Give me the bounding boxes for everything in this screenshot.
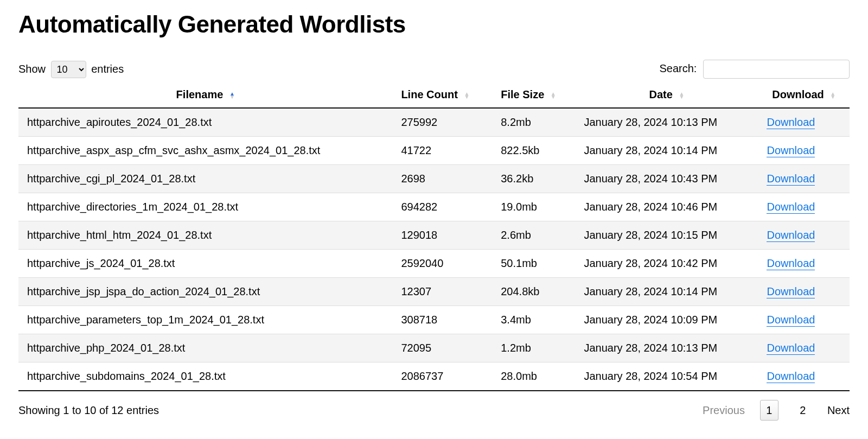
table-row: httparchive_php_2024_01_28.txt720951.2mb… bbox=[18, 334, 850, 362]
col-download-label: Download bbox=[772, 88, 824, 100]
col-date[interactable]: Date ▲▼ bbox=[575, 82, 758, 108]
cell-file-size: 2.6mb bbox=[492, 221, 575, 250]
cell-line-count: 12307 bbox=[392, 278, 492, 306]
sort-icon: ▲▼ bbox=[551, 92, 556, 99]
download-link[interactable]: Download bbox=[767, 285, 815, 298]
download-link[interactable]: Download bbox=[767, 314, 815, 327]
cell-line-count: 2698 bbox=[392, 165, 492, 193]
cell-filename: httparchive_directories_1m_2024_01_28.tx… bbox=[18, 193, 392, 221]
col-line-count-label: Line Count bbox=[401, 88, 457, 100]
cell-line-count: 2086737 bbox=[392, 362, 492, 391]
cell-date: January 28, 2024 10:13 PM bbox=[575, 334, 758, 362]
cell-line-count: 308718 bbox=[392, 306, 492, 334]
cell-line-count: 2592040 bbox=[392, 250, 492, 278]
cell-file-size: 1.2mb bbox=[492, 334, 575, 362]
previous-button[interactable]: Previous bbox=[703, 404, 745, 417]
search-label: Search: bbox=[660, 62, 697, 74]
download-link[interactable]: Download bbox=[767, 201, 815, 214]
cell-file-size: 8.2mb bbox=[492, 108, 575, 137]
download-link[interactable]: Download bbox=[767, 173, 815, 186]
cell-date: January 28, 2024 10:14 PM bbox=[575, 278, 758, 306]
table-info: Showing 1 to 10 of 12 entries bbox=[18, 404, 159, 417]
wordlists-table: Filename ▲▼ Line Count ▲▼ File Size ▲▼ D… bbox=[18, 82, 850, 391]
col-date-label: Date bbox=[649, 88, 673, 100]
cell-date: January 28, 2024 10:43 PM bbox=[575, 165, 758, 193]
length-control: Show 102550100 entries bbox=[18, 61, 124, 78]
cell-filename: httparchive_aspx_asp_cfm_svc_ashx_asmx_2… bbox=[18, 137, 392, 165]
col-line-count[interactable]: Line Count ▲▼ bbox=[392, 82, 492, 108]
cell-date: January 28, 2024 10:14 PM bbox=[575, 137, 758, 165]
page-title: Automatically Generated Wordlists bbox=[18, 11, 850, 38]
page-size-select[interactable]: 102550100 bbox=[51, 61, 86, 78]
table-row: httparchive_js_2024_01_28.txt259204050.1… bbox=[18, 250, 850, 278]
cell-date: January 28, 2024 10:09 PM bbox=[575, 306, 758, 334]
cell-download: Download bbox=[758, 306, 850, 334]
cell-download: Download bbox=[758, 193, 850, 221]
table-row: httparchive_jsp_jspa_do_action_2024_01_2… bbox=[18, 278, 850, 306]
table-row: httparchive_apiroutes_2024_01_28.txt2759… bbox=[18, 108, 850, 137]
cell-filename: httparchive_jsp_jspa_do_action_2024_01_2… bbox=[18, 278, 392, 306]
show-label-post: entries bbox=[91, 63, 124, 75]
sort-icon: ▲▼ bbox=[464, 92, 469, 99]
download-link[interactable]: Download bbox=[767, 116, 815, 129]
download-link[interactable]: Download bbox=[767, 342, 815, 355]
cell-file-size: 204.8kb bbox=[492, 278, 575, 306]
table-row: httparchive_subdomains_2024_01_28.txt208… bbox=[18, 362, 850, 391]
cell-download: Download bbox=[758, 278, 850, 306]
cell-download: Download bbox=[758, 362, 850, 391]
cell-date: January 28, 2024 10:13 PM bbox=[575, 108, 758, 137]
cell-download: Download bbox=[758, 334, 850, 362]
cell-date: January 28, 2024 10:46 PM bbox=[575, 193, 758, 221]
cell-filename: httparchive_html_htm_2024_01_28.txt bbox=[18, 221, 392, 250]
cell-filename: httparchive_js_2024_01_28.txt bbox=[18, 250, 392, 278]
col-filename[interactable]: Filename ▲▼ bbox=[18, 82, 392, 108]
cell-file-size: 19.0mb bbox=[492, 193, 575, 221]
cell-download: Download bbox=[758, 165, 850, 193]
cell-line-count: 694282 bbox=[392, 193, 492, 221]
cell-filename: httparchive_php_2024_01_28.txt bbox=[18, 334, 392, 362]
cell-date: January 28, 2024 10:54 PM bbox=[575, 362, 758, 391]
table-row: httparchive_cgi_pl_2024_01_28.txt269836.… bbox=[18, 165, 850, 193]
search-input[interactable] bbox=[703, 60, 850, 79]
table-row: httparchive_directories_1m_2024_01_28.tx… bbox=[18, 193, 850, 221]
cell-file-size: 36.2kb bbox=[492, 165, 575, 193]
cell-download: Download bbox=[758, 221, 850, 250]
col-filename-label: Filename bbox=[176, 88, 224, 100]
page-number-2[interactable]: 2 bbox=[794, 400, 812, 421]
cell-filename: httparchive_parameters_top_1m_2024_01_28… bbox=[18, 306, 392, 334]
col-file-size-label: File Size bbox=[501, 88, 544, 100]
table-row: httparchive_parameters_top_1m_2024_01_28… bbox=[18, 306, 850, 334]
download-link[interactable]: Download bbox=[767, 229, 815, 242]
cell-filename: httparchive_cgi_pl_2024_01_28.txt bbox=[18, 165, 392, 193]
cell-filename: httparchive_subdomains_2024_01_28.txt bbox=[18, 362, 392, 391]
download-link[interactable]: Download bbox=[767, 257, 815, 270]
table-row: httparchive_aspx_asp_cfm_svc_ashx_asmx_2… bbox=[18, 137, 850, 165]
page-number-1[interactable]: 1 bbox=[760, 400, 778, 421]
cell-line-count: 72095 bbox=[392, 334, 492, 362]
cell-file-size: 50.1mb bbox=[492, 250, 575, 278]
pagination: Previous12Next bbox=[703, 400, 850, 421]
cell-date: January 28, 2024 10:42 PM bbox=[575, 250, 758, 278]
sort-icon: ▲▼ bbox=[830, 92, 835, 99]
cell-line-count: 41722 bbox=[392, 137, 492, 165]
cell-date: January 28, 2024 10:15 PM bbox=[575, 221, 758, 250]
col-file-size[interactable]: File Size ▲▼ bbox=[492, 82, 575, 108]
search-control: Search: bbox=[660, 60, 850, 79]
show-label-pre: Show bbox=[18, 63, 46, 75]
table-row: httparchive_html_htm_2024_01_28.txt12901… bbox=[18, 221, 850, 250]
cell-line-count: 129018 bbox=[392, 221, 492, 250]
cell-file-size: 822.5kb bbox=[492, 137, 575, 165]
next-button[interactable]: Next bbox=[827, 404, 850, 417]
download-link[interactable]: Download bbox=[767, 370, 815, 383]
download-link[interactable]: Download bbox=[767, 144, 815, 157]
cell-file-size: 3.4mb bbox=[492, 306, 575, 334]
cell-download: Download bbox=[758, 250, 850, 278]
sort-icon: ▲▼ bbox=[679, 92, 684, 99]
cell-download: Download bbox=[758, 108, 850, 137]
sort-icon: ▲▼ bbox=[229, 92, 235, 99]
cell-filename: httparchive_apiroutes_2024_01_28.txt bbox=[18, 108, 392, 137]
col-download[interactable]: Download ▲▼ bbox=[758, 82, 850, 108]
cell-download: Download bbox=[758, 137, 850, 165]
cell-line-count: 275992 bbox=[392, 108, 492, 137]
cell-file-size: 28.0mb bbox=[492, 362, 575, 391]
